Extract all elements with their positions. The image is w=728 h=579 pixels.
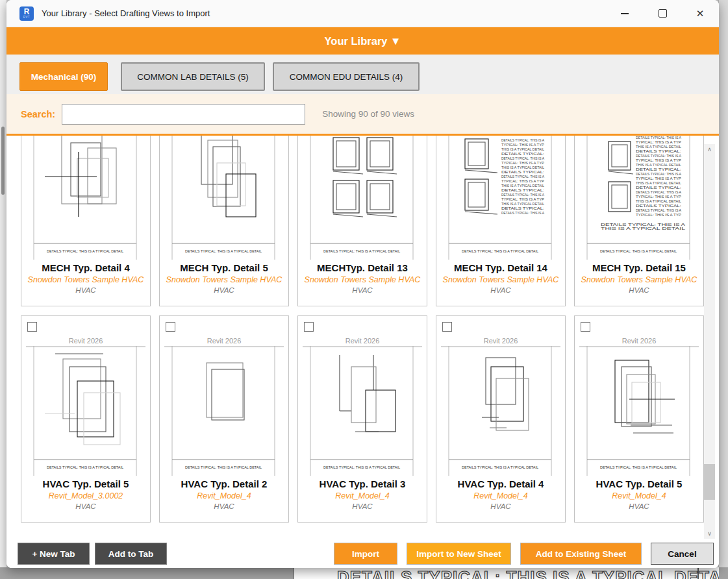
drafting-view-drawing: DETAILS TYPICAL: THIS IS A TYPICAL DETAI… [438,136,563,260]
background-scrollbar-fragment [1,127,5,195]
background-canvas-line [697,567,699,579]
tab-common-edu-details[interactable]: COMMON EDU DETAILS (4) [273,62,420,91]
view-source-model: Revit_Model_4 [335,491,389,500]
thumbnail-watermark: Revit 2026 [345,336,380,346]
drafting-view-card[interactable]: Revit 2026 DETAILS TYPICAL: THIS IS A TY… [297,315,427,523]
view-source-model: Snowdon Towers Sample HVAC [28,275,144,284]
tab-common-lab-details[interactable]: COMMON LAB DETAILS (5) [121,62,265,91]
svg-text:DETAILS TYPICAL: THIS IS A TYP: DETAILS TYPICAL: THIS IS A TYPICAL DETAI… [462,249,539,253]
view-source-model: Revit_Model_4 [197,491,251,500]
background-drawing-canvas: DETAILS TYPICAL: THIS IS A TYPICAL DETAI… [294,567,719,579]
maximize-icon [659,9,667,18]
background-window-right-edge [718,0,728,579]
drafting-view-drawing: DETAILS TYPICAL: THIS IS A TYPICAL DETAI… [438,346,563,476]
svg-text:DETAILS TYPICAL: THIS IS A TYP: DETAILS TYPICAL: THIS IS A TYPICAL DETAI… [47,249,124,253]
thumbnail-watermark: Revit 2026 [69,336,103,346]
view-source-model: Snowdon Towers Sample HVAC [581,275,697,284]
view-source-model: Snowdon Towers Sample HVAC [305,275,421,284]
drafting-view-drawing: DETAILS TYPICAL: THIS IS A TYPICAL DETAI… [162,346,286,476]
svg-text:DETAILS TYPICAL: THIS IS A TYP: DETAILS TYPICAL: THIS IS A TYPICAL DETAI… [47,465,124,469]
search-bar: Search: Showing 90 of 90 views [6,94,719,136]
view-thumbnail: DETAILS TYPICAL: THIS IS A TYPICAL DETAI… [438,136,563,260]
drafting-view-drawing: DETAILS TYPICAL: THIS IS A TYPICAL DETAI… [577,136,701,260]
view-category: HVAC [629,502,649,510]
close-button[interactable]: ✕ [681,0,719,27]
thumbnail-watermark: Revit 2026 [622,336,657,346]
view-source-model: Revit_Model_4 [612,491,666,500]
view-thumbnail: DETAILS TYPICAL: THIS IS A TYPICAL DETAI… [23,346,148,476]
card-checkbox[interactable] [27,322,37,332]
svg-text:DETAILS TYPICAL: THIS IS A: DETAILS TYPICAL: THIS IS A [501,212,545,215]
cards-grid: Revit 2026 DETAILS TYPICAL: THIS IS A TY… [21,136,704,523]
add-to-tab-button[interactable]: Add to Tab [95,543,167,565]
svg-text:DETAILS TYPICAL: THIS IS A: DETAILS TYPICAL: THIS IS A [501,175,545,179]
new-tab-button[interactable]: + New Tab [18,543,90,565]
svg-text:DETAILS TYPICAL: THIS IS A: DETAILS TYPICAL: THIS IS A [601,223,686,227]
svg-text:DETAILS TYPICAL:: DETAILS TYPICAL: [501,207,544,210]
thumbnail-watermark: Revit 2026 [484,336,518,346]
maximize-button[interactable] [644,0,681,27]
drafting-view-card[interactable]: Revit 2026 DETAILS TYPICAL: THIS IS A TY… [297,136,427,306]
drafting-view-card[interactable]: Revit 2026 DETAILS TYPICAL: THIS IS A TY… [21,136,151,306]
import-button[interactable]: Import [334,543,397,565]
svg-text:THIS IS A TYPICAL DETAIL: THIS IS A TYPICAL DETAIL [501,184,545,188]
drafting-view-drawing: DETAILS TYPICAL: THIS IS A TYPICAL DETAI… [577,346,701,476]
view-thumbnail: DETAILS TYPICAL: THIS IS A TYPICAL DETAI… [300,136,425,260]
drafting-view-card[interactable]: Revit 2026 DETAILS TYPICAL: THIS IS A TY… [574,315,704,523]
drafting-view-drawing: DETAILS TYPICAL: THIS IS A TYPICAL DETAI… [162,136,286,260]
drafting-view-card[interactable]: Revit 2026 DETAILS TYPICAL: THIS IS A TY… [159,315,289,523]
drafting-view-card[interactable]: Revit 2026 DETAILS TYPICAL: THIS IS A TY… [159,136,289,306]
close-icon: ✕ [696,8,705,18]
svg-text:DETAILS TYPICAL:: DETAILS TYPICAL: [501,189,544,192]
svg-text:DETAILS TYPICAL: THIS IS A: DETAILS TYPICAL: THIS IS A [501,193,545,197]
tab-bar: Mechanical (90) COMMON LAB DETAILS (5) C… [6,55,719,94]
svg-text:DETAILS TYPICAL:: DETAILS TYPICAL: [636,168,681,171]
svg-text:DETAILS TYPICAL: THIS IS A TYP: DETAILS TYPICAL: THIS IS A TYPICAL DETAI… [600,249,677,253]
svg-text:THIS IS A TYPICAL DETAIL: THIS IS A TYPICAL DETAIL [636,145,682,149]
card-checkbox[interactable] [581,322,590,332]
minimize-button[interactable] [606,0,644,27]
view-source-model: Revit_Model_3.0002 [49,491,123,500]
library-dropdown-header[interactable]: Your Library ▼ [6,27,719,55]
scroll-down-arrow-icon[interactable]: ∨ [704,528,715,539]
svg-text:DETAILS TYPICAL: THIS IS A: DETAILS TYPICAL: THIS IS A [501,157,545,160]
view-category: HVAC [352,286,372,294]
drafting-view-card[interactable]: Revit 2026 DETAILS TYPICAL: THIS IS A TY… [21,315,151,523]
drafting-view-card[interactable]: Revit 2026 DETAILS TYPICAL: THIS IS A TY… [574,136,704,306]
svg-text:DETAILS TYPICAL: THIS IS A: DETAILS TYPICAL: THIS IS A [636,209,682,212]
card-checkbox[interactable] [304,322,314,332]
vertical-scrollbar[interactable]: ∧ ∨ [704,144,715,539]
svg-text:DETAILS TYPICAL: THIS IS A: DETAILS TYPICAL: THIS IS A [636,136,682,140]
card-checkbox[interactable] [166,322,175,332]
view-title: MECH Typ. Detail 15 [592,262,686,273]
drafting-view-card[interactable]: Revit 2026 DETAILS TYPICAL: THIS IS A TY… [436,315,566,523]
scroll-up-arrow-icon[interactable]: ∧ [704,144,715,154]
card-row: Revit 2026 DETAILS TYPICAL: THIS IS A TY… [21,315,704,523]
view-title: MECH Typ. Detail 5 [180,262,268,273]
search-input[interactable] [62,104,305,125]
drafting-view-drawing: DETAILS TYPICAL: THIS IS A TYPICAL DETAI… [23,346,148,476]
card-checkbox[interactable] [442,322,452,332]
svg-text:DETAILS TYPICAL:: DETAILS TYPICAL: [501,153,544,156]
scrollbar-thumb[interactable] [704,464,715,500]
svg-text:DETAILS TYPICAL: THIS IS A: DETAILS TYPICAL: THIS IS A [636,154,682,158]
view-title: HVAC Typ. Detail 5 [596,478,683,489]
window-controls: ✕ [606,0,719,27]
view-thumbnail: DETAILS TYPICAL: THIS IS A TYPICAL DETAI… [577,346,701,476]
background-window-left-edge [0,0,6,579]
drafting-view-card[interactable]: Revit 2026 DETAILS TYPICAL: THIS IS A TY… [436,136,566,306]
svg-text:DETAILS TYPICAL: THIS IS A TYP: DETAILS TYPICAL: THIS IS A TYPICAL DETAI… [185,465,262,469]
background-canvas-strip: DETAILS TYPICAL: THIS IS A TYPICAL DETAI… [0,567,728,579]
import-to-new-sheet-button[interactable]: Import to New Sheet [407,543,511,565]
add-to-existing-sheet-button[interactable]: Add to Existing Sheet [520,543,642,565]
svg-text:TYPICAL: THIS IS A TYP: TYPICAL: THIS IS A TYP [501,143,544,147]
cancel-button[interactable]: Cancel [651,543,714,565]
svg-text:DETAILS TYPICAL: THIS IS A TYP: DETAILS TYPICAL: THIS IS A TYPICAL DETAI… [323,465,401,469]
view-category: HVAC [490,286,510,294]
view-category: HVAC [214,502,234,510]
view-title: HVAC Typ. Detail 5 [43,478,129,489]
view-source-model: Snowdon Towers Sample HVAC [443,275,559,284]
svg-text:DETAILS TYPICAL:: DETAILS TYPICAL: [501,171,544,174]
tab-mechanical[interactable]: Mechanical (90) [19,62,108,91]
svg-text:TYPICAL: THIS IS A TYP: TYPICAL: THIS IS A TYP [636,141,681,144]
